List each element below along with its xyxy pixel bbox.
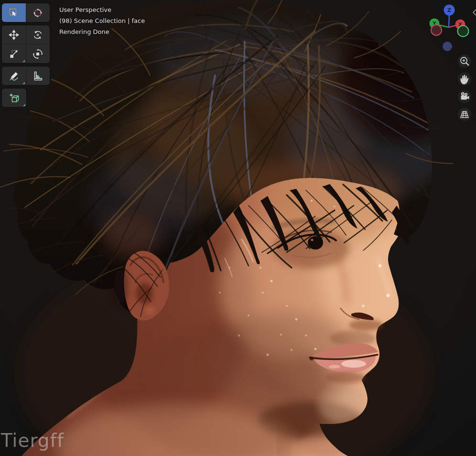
axis-x-negative[interactable] — [431, 25, 442, 35]
measure-icon — [32, 71, 43, 81]
scale-tool-button[interactable] — [2, 44, 26, 63]
render-status-label: Rendering Done — [59, 26, 145, 37]
chevron-left-icon — [472, 9, 476, 16]
select-box-tool-button[interactable] — [2, 3, 26, 22]
camera-view-button[interactable] — [458, 90, 471, 103]
toolbar-group-annotate — [2, 66, 50, 85]
move-icon — [9, 30, 19, 40]
view-perspective-label: User Perspective — [59, 4, 145, 15]
toolbar-group-select — [2, 3, 50, 22]
view-orientation-gizmo[interactable]: Y X Z — [424, 1, 475, 53]
svg-text:Z: Z — [447, 7, 451, 13]
rotate-tool-button[interactable] — [26, 25, 50, 44]
annotate-icon — [9, 71, 19, 81]
film-grain — [0, 0, 476, 456]
cursor-3d-tool-button[interactable] — [26, 3, 50, 22]
add-cube-tool-button[interactable] — [2, 88, 26, 107]
zoom-button[interactable] — [458, 54, 471, 68]
rotate-icon — [32, 30, 43, 40]
sidebar-expand-chevron[interactable] — [472, 9, 476, 18]
tool-shelf — [2, 3, 50, 110]
camera-view-icon — [458, 90, 471, 103]
pan-hand-icon — [458, 72, 471, 86]
select-box-icon — [9, 8, 19, 18]
scale-icon — [9, 49, 19, 59]
blender-3d-viewport[interactable]: User Perspective (98) Scene Collection |… — [0, 0, 476, 456]
scene-collection-label: (98) Scene Collection | face — [59, 15, 145, 26]
watermark: Tiergff — [1, 430, 64, 451]
annotate-tool-button[interactable] — [2, 66, 26, 85]
perspective-grid-icon — [458, 108, 471, 121]
viewport-overlay-text: User Perspective (98) Scene Collection |… — [59, 4, 145, 37]
toolbar-group-transforms — [2, 25, 50, 63]
transform-tool-button[interactable] — [26, 44, 50, 63]
zoom-in-icon — [458, 54, 471, 68]
viewport-render-canvas[interactable] — [0, 0, 476, 456]
toolbar-group-add — [2, 88, 26, 107]
measure-tool-button[interactable] — [26, 66, 50, 85]
axis-y-negative[interactable] — [458, 26, 469, 37]
axis-z-positive[interactable]: Z — [444, 5, 455, 16]
perspective-toggle-button[interactable] — [458, 108, 471, 121]
pan-button[interactable] — [458, 72, 471, 86]
move-tool-button[interactable] — [2, 25, 26, 44]
add-cube-icon — [9, 93, 20, 103]
transform-icon — [32, 49, 43, 59]
cursor-3d-icon — [32, 8, 43, 18]
axis-z-negative[interactable] — [443, 42, 452, 51]
